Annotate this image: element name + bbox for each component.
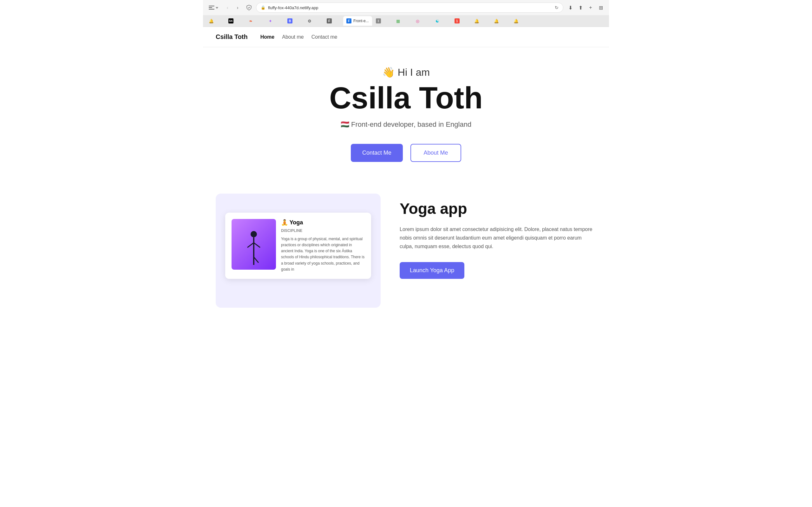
reload-button[interactable]: ↻ xyxy=(555,5,559,10)
tab-icon: F xyxy=(327,18,332,23)
browser-tabs: 🔔 SK ❧ ✦ B ⚙ F F Front-e... I ▦ ◎ xyxy=(203,15,609,26)
tab-icon: 🔔 xyxy=(209,18,214,23)
about-me-button[interactable]: About Me xyxy=(410,144,461,162)
yoga-app-mockup: 🧘 Yoga Discipline Yoga is a group of phy… xyxy=(225,213,371,279)
yoga-app-discipline-label: Discipline xyxy=(281,228,365,233)
svg-line-5 xyxy=(254,257,258,263)
tab-10[interactable]: ▦ xyxy=(392,16,411,26)
svg-line-3 xyxy=(254,243,260,247)
tab-icon: 1 xyxy=(455,18,460,23)
site-nav-links: Home About me Contact me xyxy=(260,34,338,40)
tab-icon: 🔔 xyxy=(474,18,479,23)
downloads-button[interactable]: ⬇ xyxy=(566,3,575,12)
site-logo: Csilla Toth xyxy=(216,33,248,41)
hero-section: 👋 Hi I am Csilla Toth 🇭🇺 Front-end devel… xyxy=(203,47,609,187)
tab-16[interactable]: 🔔 xyxy=(510,16,529,26)
tab-11[interactable]: ◎ xyxy=(412,16,431,26)
yoga-app-image xyxy=(232,219,276,270)
share-button[interactable]: ⬆ xyxy=(576,3,585,12)
yoga-emoji: 🧘 xyxy=(281,219,288,226)
tab-8-active[interactable]: F Front-e... xyxy=(343,16,372,26)
yoga-app-content: 🧘 Yoga Discipline Yoga is a group of phy… xyxy=(281,219,365,273)
url-input[interactable] xyxy=(268,5,552,10)
tab-icon: SK xyxy=(229,18,234,23)
tab-6[interactable]: ⚙ xyxy=(304,16,323,26)
hero-subtitle: 🇭🇺 Front-end developer, based in England xyxy=(216,120,596,129)
launch-yoga-app-button[interactable]: Launch Yoga App xyxy=(400,262,464,279)
tab-icon: F xyxy=(346,18,351,23)
browser-nav-buttons: ‹ › xyxy=(223,3,242,12)
project-description: Lorem ipsum dolor sit amet consectetur a… xyxy=(400,225,596,251)
tab-grid-button[interactable]: ⊞ xyxy=(596,3,605,12)
tab-icon: 🔔 xyxy=(494,18,499,23)
tab-icon: ☯ xyxy=(435,18,440,23)
tab-icon: ⚙ xyxy=(307,18,312,23)
yoga-figure-svg xyxy=(241,228,266,270)
website-content: Csilla Toth Home About me Contact me 👋 H… xyxy=(203,27,609,327)
hero-name: Csilla Toth xyxy=(216,82,596,114)
tab-7[interactable]: F xyxy=(323,16,343,26)
tab-icon: ❧ xyxy=(248,18,253,23)
tab-icon: I xyxy=(376,18,381,23)
browser-chrome: ‹ › 🔒 ↻ ⬇ ⬆ + ⊞ 🔔 SK ❧ ✦ xyxy=(203,0,609,27)
flag-emoji: 🇭🇺 xyxy=(341,120,349,128)
project-info: Yoga app Lorem ipsum dolor sit amet cons… xyxy=(400,193,596,279)
tab-title: Front-e... xyxy=(353,19,369,23)
yoga-app-title: 🧘 Yoga xyxy=(281,219,365,226)
site-navbar: Csilla Toth Home About me Contact me xyxy=(203,27,609,47)
hero-buttons: Contact Me About Me xyxy=(216,144,596,162)
project-section: 🧘 Yoga Discipline Yoga is a group of phy… xyxy=(203,187,609,327)
chevron-down-icon xyxy=(215,6,218,9)
tab-icon: 🔔 xyxy=(513,18,519,23)
tab-icon: ✦ xyxy=(268,18,273,23)
tab-icon: B xyxy=(287,18,293,23)
tab-2[interactable]: SK xyxy=(225,16,244,26)
address-bar[interactable]: 🔒 ↻ xyxy=(256,3,563,13)
nav-link-contact[interactable]: Contact me xyxy=(311,34,338,40)
svg-point-0 xyxy=(251,231,257,237)
project-preview: 🧘 Yoga Discipline Yoga is a group of phy… xyxy=(216,193,380,308)
wave-emoji: 👋 xyxy=(382,66,395,78)
lock-icon: 🔒 xyxy=(261,5,265,10)
sidebar-icon xyxy=(209,5,214,10)
browser-toolbar: ‹ › 🔒 ↻ ⬇ ⬆ + ⊞ xyxy=(203,0,609,15)
new-tab-button[interactable]: + xyxy=(586,3,595,12)
forward-button[interactable]: › xyxy=(233,3,242,12)
tab-1[interactable]: 🔔 xyxy=(206,16,224,26)
browser-action-buttons: ⬇ ⬆ + ⊞ xyxy=(566,3,605,12)
contact-me-button[interactable]: Contact Me xyxy=(351,144,403,162)
tab-icon: ◎ xyxy=(415,18,420,23)
tab-15[interactable]: 🔔 xyxy=(491,16,510,26)
tab-12[interactable]: ☯ xyxy=(432,16,451,26)
yoga-app-discipline-text: Yoga is a group of physical, mental, and… xyxy=(281,236,365,273)
svg-line-2 xyxy=(247,243,254,247)
project-title: Yoga app xyxy=(400,200,596,217)
nav-link-home[interactable]: Home xyxy=(260,34,274,40)
tab-4[interactable]: ✦ xyxy=(264,16,284,26)
back-button[interactable]: ‹ xyxy=(223,3,232,12)
hero-subtitle-text: Front-end developer, based in England xyxy=(351,120,471,128)
tab-9[interactable]: I xyxy=(373,16,392,26)
tab-13[interactable]: 1 xyxy=(451,16,470,26)
yoga-app-name: Yoga xyxy=(290,219,303,226)
shield-icon xyxy=(245,3,253,12)
hero-greeting-text: Hi I am xyxy=(398,66,430,78)
hero-greeting: 👋 Hi I am xyxy=(216,66,596,78)
tab-5[interactable]: B xyxy=(284,16,303,26)
tab-3[interactable]: ❧ xyxy=(245,16,264,26)
sidebar-toggle-button[interactable] xyxy=(207,4,220,11)
tab-icon: ▦ xyxy=(396,18,401,23)
nav-link-about[interactable]: About me xyxy=(282,34,304,40)
tab-14[interactable]: 🔔 xyxy=(471,16,490,26)
